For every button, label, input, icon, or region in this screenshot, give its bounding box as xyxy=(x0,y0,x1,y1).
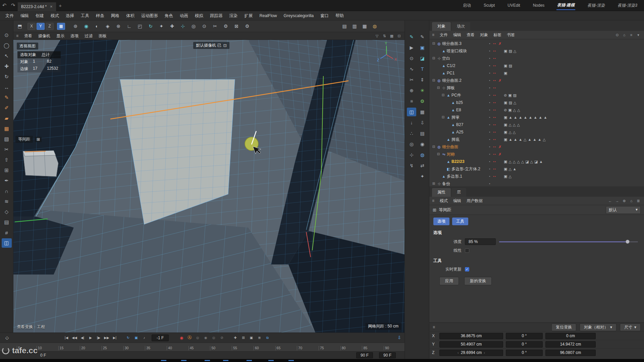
tree-row[interactable]: ▲ 喷射口模块 ▪ ●● ▣▨△ xyxy=(429,47,644,55)
layer-chip[interactable]: ▪ xyxy=(489,150,490,158)
record-icon[interactable]: ⊘ xyxy=(218,334,226,342)
visibility-dots[interactable]: ●● xyxy=(493,150,496,158)
toolbar-icon[interactable]: ⚙ xyxy=(243,22,252,31)
visibility-dots[interactable]: ●● xyxy=(493,121,496,128)
object-label[interactable]: 喷射口模块 xyxy=(447,47,467,55)
visibility-dots[interactable]: ●● xyxy=(493,84,496,92)
tree-row[interactable]: ⊟ ▲ PC件 ▪ ●● ⊘▣▨ xyxy=(429,92,644,99)
apply-button[interactable]: 应用 xyxy=(439,277,459,285)
axis-lock-button[interactable]: Z xyxy=(46,23,54,30)
tool-icon[interactable]: ◯ xyxy=(2,41,12,50)
menu-item[interactable]: 窗口 xyxy=(317,11,332,20)
linear-checkbox[interactable] xyxy=(465,248,469,253)
tree-row[interactable]: ▲ B22/23 ▪ ●● ▣△△△△◪△◪▲ xyxy=(429,158,644,165)
visibility-dots[interactable]: ●● xyxy=(493,69,496,77)
menu-item[interactable]: 文件 xyxy=(2,11,17,20)
tag-icons[interactable]: ▣△△△ xyxy=(504,121,521,128)
new-transform-button[interactable]: 新的变换 xyxy=(464,277,492,285)
layer-chip[interactable]: ▪ xyxy=(489,99,490,106)
tool-icon[interactable]: ▧ xyxy=(2,134,12,144)
menu-item[interactable]: 运动图形 xyxy=(138,11,161,20)
strip-tool-icon[interactable]: ◫ xyxy=(407,108,416,116)
tree-row[interactable]: ⊟ ⇋ 对称 ▪ ●● ✗ xyxy=(429,150,644,158)
enabled-state-icon[interactable]: ✗ xyxy=(498,77,501,84)
transport-button[interactable]: ▶ xyxy=(87,334,95,342)
visibility-dots[interactable]: ●● xyxy=(493,158,496,165)
expand-toggle-icon[interactable]: ⊟ xyxy=(431,40,436,47)
object-menu-icon[interactable]: ▾ xyxy=(635,32,641,38)
layer-chip[interactable]: ▪ xyxy=(489,143,490,150)
layer-chip[interactable]: ▪ xyxy=(489,84,490,92)
tree-row[interactable]: ⊞ ⊹ 备份 ▪ xyxy=(429,180,644,186)
menu-item[interactable]: 体积 xyxy=(123,11,138,20)
undo-icon[interactable]: ↶ xyxy=(0,1,9,10)
panel-tab[interactable]: 层 xyxy=(451,188,466,197)
record-icon[interactable]: ◎ xyxy=(210,334,218,342)
tool-icon[interactable]: ✂ xyxy=(2,145,12,154)
layer-chip[interactable]: ▪ xyxy=(489,47,490,55)
layer-chip[interactable]: ▪ xyxy=(489,92,490,99)
tree-row[interactable]: ▲ E8 ▪ ●● ⊘▣△△ xyxy=(429,106,644,114)
toolbar-icon[interactable]: ⊚ xyxy=(71,22,80,31)
panel-tab[interactable]: 场次 xyxy=(451,22,470,31)
strip-tool-icon[interactable]: ⚙ xyxy=(418,97,427,106)
layer-chip[interactable]: ▪ xyxy=(489,128,490,136)
3d-viewport[interactable]: Y X Z 透视视图 默认摄像机 已 ⊡ 选取对象 总计 对象182 xyxy=(13,40,405,333)
object-label[interactable]: 多边形-立方体.2 xyxy=(451,165,480,173)
visibility-dots[interactable]: ●● xyxy=(493,40,496,47)
tree-row[interactable]: ◧ 多边形-立方体.2 ▪ ●● ▣△▲ xyxy=(429,165,644,173)
object-menu-item[interactable]: 查看 xyxy=(464,31,477,39)
strip-tool-icon[interactable]: ◉ xyxy=(418,140,427,148)
size-field[interactable]: 14.9472 cm xyxy=(545,341,596,348)
viewport-menu-item[interactable]: 摄像机 xyxy=(35,32,53,40)
viewport-menu-item[interactable]: 过滤 xyxy=(82,32,96,40)
strip-tool-icon[interactable]: ✦ xyxy=(418,172,427,181)
strip-tool-icon[interactable]: ▣ xyxy=(418,43,427,52)
layer-chip[interactable]: ▪ xyxy=(489,77,490,84)
strip-tool-icon[interactable]: ⇄ xyxy=(418,161,427,170)
object-label[interactable]: 细分曲面.3 xyxy=(442,40,462,47)
record-icon[interactable]: Ⓐ xyxy=(185,334,194,342)
axis-lock-button[interactable]: Y xyxy=(37,23,45,30)
attribute-nav-icon[interactable]: → xyxy=(614,198,620,204)
menu-item[interactable]: 渲染 xyxy=(226,11,241,20)
tag-icons[interactable]: ▣▨△ xyxy=(504,47,518,55)
object-menu-icon[interactable]: ⌂ xyxy=(621,32,627,38)
expand-toggle-icon[interactable]: ⊟ xyxy=(431,143,436,150)
key-icon[interactable]: ▣ xyxy=(247,334,255,342)
toolbar-icon[interactable]: ◰ xyxy=(136,22,144,31)
strip-tool-icon[interactable]: ✎ xyxy=(418,33,427,41)
reset-transform-button[interactable]: 复位变换 xyxy=(551,323,576,331)
tool-icon[interactable]: ▰ xyxy=(2,114,12,123)
viewport-toggle-icon[interactable]: ▦ xyxy=(388,33,395,39)
visibility-dots[interactable]: ●● xyxy=(493,92,496,99)
expand-toggle-icon[interactable]: ⊟ xyxy=(436,84,441,92)
attribute-nav-icon[interactable]: ⌂ xyxy=(628,198,634,204)
object-menu-item[interactable]: 编辑 xyxy=(450,31,464,39)
toolbar-icon[interactable]: ✦ xyxy=(157,22,166,31)
object-menu-item[interactable]: 书签 xyxy=(504,31,518,39)
visibility-dots[interactable]: ●● xyxy=(493,136,496,143)
strip-tool-icon[interactable]: ▦ xyxy=(418,108,427,116)
tree-row[interactable]: ⊟ ◍ 细分曲面.2 ▪ ●● ✗ xyxy=(429,77,644,84)
object-menu-item[interactable]: 标签 xyxy=(491,31,504,39)
layout-item[interactable]: 夜猫-建模 xyxy=(556,1,575,10)
object-label[interactable]: E8 xyxy=(456,106,461,114)
menu-item[interactable]: 角色 xyxy=(161,11,176,20)
viewport-menu-item[interactable]: 显示 xyxy=(53,32,67,40)
position-field[interactable]: 50.4907 cm xyxy=(439,341,503,348)
layer-chip[interactable]: ▪ xyxy=(489,106,490,114)
tag-icons[interactable]: ▣ xyxy=(504,69,508,77)
tool-icon[interactable]: ⊞ xyxy=(2,166,12,175)
key-icon[interactable]: ≣ xyxy=(255,334,263,342)
attribute-menu-item[interactable]: 编辑 xyxy=(450,197,464,205)
object-label[interactable]: 备份 xyxy=(442,180,450,186)
tag-icons[interactable]: ▣△△ xyxy=(504,128,517,136)
tree-row[interactable]: ⊟ ⊹ 空白 ▪ ●● xyxy=(429,55,644,62)
viewport-toggle-icon[interactable]: ⇅ xyxy=(381,33,388,39)
viewport-menu-item[interactable]: 选项 xyxy=(67,32,82,40)
menu-item[interactable]: 跟踪器 xyxy=(207,11,226,20)
expand-toggle-icon[interactable]: ⊟ xyxy=(431,77,436,84)
rotation-field[interactable]: 0 ° xyxy=(506,350,543,356)
close-tab-icon[interactable]: × xyxy=(50,4,53,9)
